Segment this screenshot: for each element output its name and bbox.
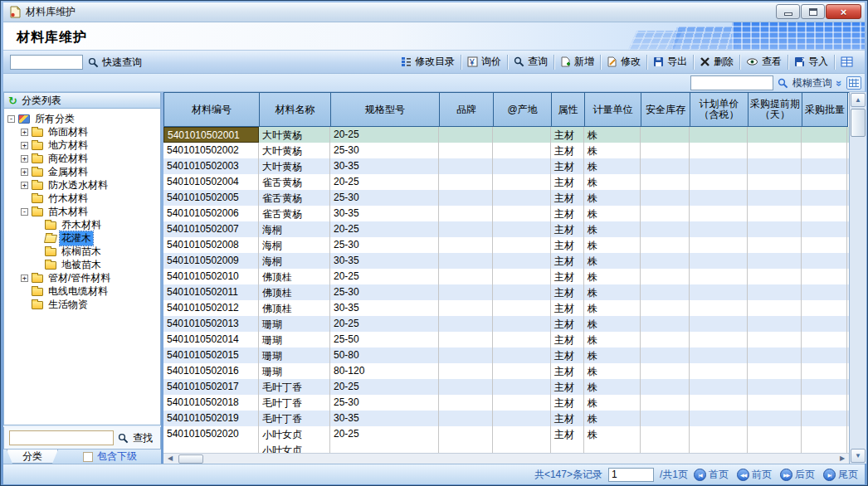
table-cell[interactable] [802,347,847,363]
table-cell[interactable] [690,284,748,300]
table-cell[interactable]: 毛叶丁香 [259,395,330,411]
table-cell[interactable] [802,206,847,221]
table-row[interactable]: 5401010502002大叶黄杨25-30主材株 [163,143,849,158]
table-cell[interactable]: 主材 [551,237,584,253]
toolbar-button-price[interactable]: ¥询价 [462,52,506,71]
toolbar-button-view[interactable]: 查看 [741,52,787,71]
table-cell[interactable] [493,190,551,206]
table-cell[interactable] [493,221,551,237]
column-header[interactable]: @产地 [494,93,552,127]
table-cell[interactable]: 5401010502008 [163,237,259,253]
table-cell[interactable] [493,300,551,316]
table-cell[interactable] [439,395,493,411]
close-button[interactable]: × [826,4,861,19]
table-cell[interactable] [493,237,551,253]
table-cell[interactable]: 珊瑚 [259,332,330,347]
table-cell[interactable] [748,127,802,143]
selected-cell[interactable]: 5401010502001 [163,127,259,143]
tree-item-label[interactable]: 管材/管件材料 [46,271,112,285]
last-page-button[interactable]: ▶|尾页 [823,468,858,482]
table-cell[interactable] [748,395,802,411]
quick-search-button[interactable]: 快速查询 [88,56,142,70]
table-cell[interactable] [748,426,802,442]
column-header[interactable]: 规格型号 [331,93,440,127]
table-cell[interactable] [690,332,748,347]
scroll-right-icon[interactable]: ▶ [836,454,848,464]
toolbar-button-export[interactable]: 导出 [648,52,692,71]
column-header[interactable]: 计划单价（含税） [690,93,749,127]
tree-search-input[interactable] [9,430,114,445]
table-cell[interactable] [690,379,748,395]
table-cell[interactable] [802,426,847,442]
table-cell[interactable] [641,363,690,379]
table-cell[interactable]: 30-35 [330,158,439,174]
table-cell[interactable]: 株 [584,158,641,174]
table-row[interactable]: 5401010502006雀舌黄杨30-35主材株 [163,206,849,221]
table-cell[interactable] [748,158,802,174]
table-cell[interactable]: 主材 [551,269,584,284]
table-row[interactable]: 5401010502014珊瑚25-50主材株 [163,332,849,347]
table-cell[interactable] [439,143,493,158]
table-cell[interactable]: 株 [584,347,641,363]
table-cell[interactable]: 主材 [551,363,584,379]
table-cell[interactable] [748,332,802,347]
table-cell[interactable]: 主材 [551,426,584,442]
toolbar-button-grid[interactable] [836,54,861,70]
table-cell[interactable] [163,442,259,453]
table-cell[interactable] [690,127,748,143]
table-cell[interactable]: 主材 [551,300,584,316]
tree-item-label[interactable]: 乔木材料 [60,218,103,232]
table-cell[interactable] [802,269,847,284]
maximize-button[interactable] [801,4,825,19]
table-cell[interactable] [493,143,551,158]
table-cell[interactable] [802,442,847,453]
table-cell[interactable] [439,316,493,332]
table-cell[interactable]: 5401010502019 [163,411,259,426]
toolbar-button-catalog[interactable]: 修改目录 [396,52,460,71]
table-cell[interactable]: 株 [584,269,641,284]
tree-expander[interactable]: + [21,182,28,189]
table-cell[interactable]: 主材 [551,174,584,190]
table-row[interactable]: 5401010502020小叶女贞20-25主材株 [163,426,849,442]
table-cell[interactable] [802,395,847,411]
tree-item-label[interactable]: 金属材料 [46,165,90,179]
column-header[interactable]: 采购提前期（天） [749,93,802,127]
table-cell[interactable] [493,158,551,174]
table-cell[interactable] [439,206,493,221]
column-settings-button[interactable] [846,76,861,90]
table-cell[interactable]: 主材 [551,347,584,363]
toolbar-button-delete[interactable]: 删除 [695,52,739,71]
column-header[interactable]: 材料编号 [164,93,260,127]
table-cell[interactable]: 30-35 [330,411,439,426]
table-cell[interactable]: 5401010502018 [163,395,259,411]
table-cell[interactable] [690,411,748,426]
table-cell[interactable]: 佛顶桂 [259,300,330,316]
table-cell[interactable]: 株 [584,395,641,411]
table-cell[interactable] [690,237,748,253]
table-cell[interactable] [439,253,493,269]
table-cell[interactable] [641,143,690,158]
table-cell[interactable] [802,316,847,332]
table-cell[interactable] [439,442,493,453]
tree-item-0[interactable]: -所有分类 [4,112,160,125]
table-cell[interactable] [802,221,847,237]
table-cell[interactable] [493,363,551,379]
table-cell[interactable] [493,395,551,411]
table-cell[interactable]: 株 [584,379,641,395]
table-cell[interactable] [802,300,847,316]
table-cell[interactable] [690,174,748,190]
table-cell[interactable] [641,127,690,143]
tree-item-2[interactable]: +地方材料 [4,139,160,152]
table-cell[interactable]: 5401010502005 [163,190,259,206]
table-cell[interactable] [641,158,690,174]
table-cell[interactable]: 株 [584,284,641,300]
table-cell[interactable] [641,237,690,253]
table-cell[interactable]: 株 [584,332,641,347]
next-page-button[interactable]: ▶▶后页 [780,468,815,482]
table-cell[interactable]: 主材 [551,127,584,143]
table-cell[interactable] [748,174,802,190]
table-cell[interactable] [641,221,690,237]
table-cell[interactable] [641,269,690,284]
table-cell[interactable] [690,395,748,411]
fuzzy-search-button[interactable]: 模糊查询 [792,76,832,90]
